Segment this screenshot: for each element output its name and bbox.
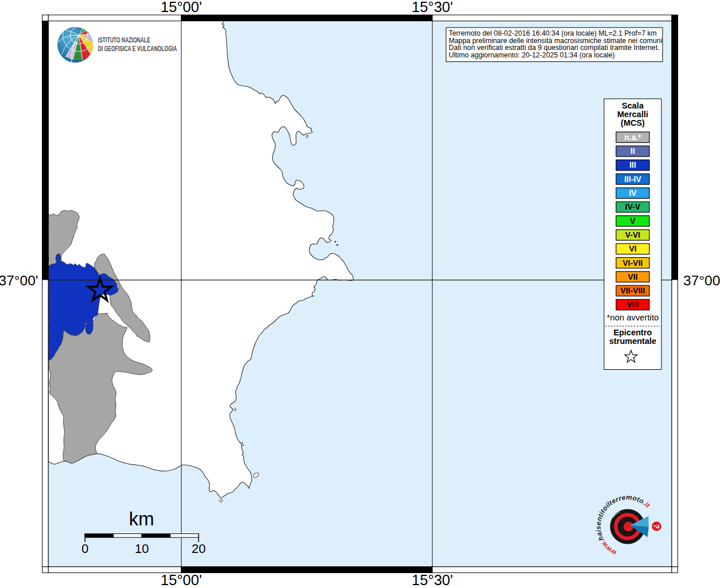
svg-text:Epicentro: Epicentro	[614, 328, 652, 337]
svg-text:n.a.*: n.a.*	[624, 133, 641, 142]
svg-text:0: 0	[82, 541, 88, 556]
svg-text:V: V	[630, 216, 636, 226]
svg-text:15°30': 15°30'	[412, 572, 453, 588]
svg-text:II: II	[630, 146, 635, 156]
svg-text:Mercalli: Mercalli	[617, 110, 648, 119]
svg-text:*non avvertito: *non avvertito	[607, 313, 659, 322]
svg-text:15°30': 15°30'	[412, 0, 453, 15]
svg-text:IV: IV	[629, 188, 637, 198]
svg-text:IV-V: IV-V	[625, 202, 641, 211]
svg-text:15°00': 15°00'	[161, 572, 202, 588]
svg-text:strumentale: strumentale	[609, 336, 656, 346]
svg-text:20: 20	[192, 541, 206, 556]
svg-text:VI: VI	[629, 244, 636, 253]
svg-text:VII: VII	[628, 272, 637, 281]
svg-text:37°00': 37°00'	[683, 273, 720, 288]
svg-text:Scala: Scala	[622, 101, 644, 110]
svg-text:III: III	[629, 160, 636, 169]
svg-text:15°00': 15°00'	[161, 0, 202, 15]
svg-text:VII-VIII: VII-VIII	[621, 286, 645, 295]
svg-text:DI GEOFISICA E VULCANOLOGIA: DI GEOFISICA E VULCANOLOGIA	[98, 44, 177, 52]
svg-text:ISTITUTO NAZIONALE: ISTITUTO NAZIONALE	[98, 36, 150, 44]
svg-text:37°00': 37°00'	[0, 273, 38, 288]
svg-text:10: 10	[135, 541, 149, 556]
svg-text:(MCS): (MCS)	[621, 118, 645, 127]
svg-text:VI-VII: VI-VII	[622, 258, 642, 268]
svg-text:III-IV: III-IV	[624, 175, 641, 184]
svg-text:km: km	[129, 508, 154, 529]
svg-text:V-VI: V-VI	[625, 230, 640, 239]
svg-text:Ultimo aggiornamento: 20-12-20: Ultimo aggiornamento: 20-12-2025 01:34 (…	[449, 51, 615, 59]
svg-text:VIII: VIII	[626, 300, 638, 309]
